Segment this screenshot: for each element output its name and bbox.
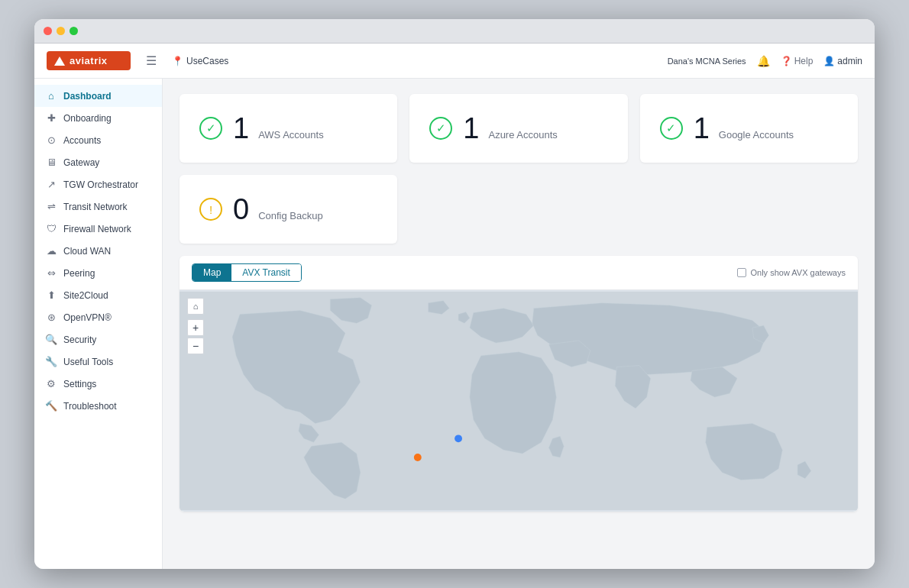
browser-chrome [34,19,875,44]
map-body: ⌂ + − [180,290,858,512]
card-aws: ✓ 1 AWS Accounts [180,94,397,163]
sidebar-item-openvpn[interactable]: ⊛ OpenVPN® [34,306,162,328]
help-button[interactable]: ❓ Help [781,56,814,66]
sidebar-label-usefultools: Useful Tools [63,357,113,367]
card-label-aws: AWS Accounts [258,129,324,141]
sidebar-label-security: Security [63,334,96,345]
checkbox-label: Only show AVX gateways [750,268,846,277]
sidebar-item-gateway[interactable]: 🖥 Gateway [34,151,162,173]
card-backup: ! 0 Config Backup [180,175,397,244]
sidebar-label-settings: Settings [63,379,96,389]
map-header: Map AVX Transit Only show AVX gateways [180,256,858,290]
peering-icon: ⇔ [45,267,57,279]
map-section: Map AVX Transit Only show AVX gateways ⌂… [180,256,858,512]
sidebar-label-troubleshoot: Troubleshoot [63,401,117,412]
card-number-aws: 1 [233,114,249,143]
tab-map[interactable]: Map [192,264,231,281]
card-content-aws: 1 AWS Accounts [233,114,324,143]
check-icon-azure: ✓ [429,117,452,140]
sidebar-label-onboarding: Onboarding [63,113,112,124]
sidebar-label-tgw: TGW Orchestrator [63,179,138,190]
card-content-backup: 0 Config Backup [233,195,323,224]
card-label-google: Google Accounts [719,129,794,141]
tab-avx-transit[interactable]: AVX Transit [231,264,300,281]
breadcrumb: 📍 UseCases [172,56,228,66]
map-dot-orange [414,454,422,461]
sidebar-label-transit: Transit Network [63,202,128,212]
card-number-google: 1 [694,114,710,143]
sidebar-item-peering[interactable]: ⇔ Peering [34,262,162,284]
app: aviatrix ☰ 📍 UseCases Dana's MCNA Series… [34,44,875,569]
main-layout: ⌂ Dashboard ✚ Onboarding ⊙ Accounts 🖥 Ga… [34,79,875,569]
card-label-backup: Config Backup [258,210,323,221]
sidebar-item-onboarding[interactable]: ✚ Onboarding [34,107,162,129]
sidebar-item-transit[interactable]: ⇌ Transit Network [34,195,162,218]
series-label: Dana's MCNA Series [668,57,746,66]
gear-icon: ⚙ [45,378,57,389]
help-circle-icon: ❓ [781,56,792,66]
shield-icon: 🛡 [45,223,57,234]
card-azure: ✓ 1 Azure Accounts [409,94,627,163]
sidebar-item-tgw[interactable]: ↗ TGW Orchestrator [34,173,162,195]
map-home-button[interactable]: ⌂ [187,298,204,315]
map-zoom-out-button[interactable]: − [187,338,204,354]
sidebar-item-security[interactable]: 🔍 Security [34,328,162,351]
logo-area: aviatrix [47,51,131,70]
breadcrumb-text[interactable]: UseCases [186,56,228,66]
logo-triangle-icon [54,57,65,66]
sidebar-item-troubleshoot[interactable]: 🔨 Troubleshoot [34,395,162,417]
vpn-icon: ⊛ [45,312,57,323]
map-controls: ⌂ + − [187,298,204,354]
check-icon-aws: ✓ [199,117,222,140]
plus-icon: ✚ [45,112,57,124]
bell-icon[interactable]: 🔔 [757,55,770,67]
dot-yellow[interactable] [57,27,65,35]
tools-icon: 🔧 [45,356,57,367]
site2cloud-icon: ⬆ [45,289,57,301]
accounts-icon: ⊙ [45,134,57,146]
dot-red[interactable] [44,27,52,35]
sidebar-item-dashboard[interactable]: ⌂ Dashboard [34,85,162,107]
cloud-icon: ☁ [45,245,57,257]
content-area: ✓ 1 AWS Accounts ✓ 1 Azure Accounts [163,79,875,569]
hamburger-icon[interactable]: ☰ [143,53,160,68]
security-icon: 🔍 [45,334,57,345]
topnav: aviatrix ☰ 📍 UseCases Dana's MCNA Series… [34,44,875,79]
cards-row-top: ✓ 1 AWS Accounts ✓ 1 Azure Accounts [180,94,858,163]
sidebar-label-dashboard: Dashboard [63,91,112,102]
sidebar-label-firewall: Firewall Network [63,224,131,234]
map-checkbox-area: Only show AVX gateways [737,268,846,277]
sidebar-item-cloudwan[interactable]: ☁ Cloud WAN [34,240,162,262]
avx-gateway-checkbox[interactable] [737,268,746,277]
map-dot-blue [454,435,462,442]
wrench-icon: 🔨 [45,400,57,412]
sidebar-label-gateway: Gateway [63,157,99,168]
tgw-icon: ↗ [45,179,57,190]
cards-row-bottom: ! 0 Config Backup [180,175,858,244]
admin-button[interactable]: 👤 admin [823,56,862,66]
sidebar-item-settings[interactable]: ⚙ Settings [34,373,162,395]
card-number-azure: 1 [463,114,479,143]
sidebar-label-accounts: Accounts [63,135,101,146]
sidebar-item-site2cloud[interactable]: ⬆ Site2Cloud [34,284,162,306]
dot-green[interactable] [70,27,78,35]
location-icon: 📍 [172,56,183,66]
sidebar-item-firewall[interactable]: 🛡 Firewall Network [34,218,162,240]
sidebar-item-usefultools[interactable]: 🔧 Useful Tools [34,351,162,373]
sidebar-label-peering: Peering [63,268,95,279]
world-map-svg [180,290,858,512]
browser-window: aviatrix ☰ 📍 UseCases Dana's MCNA Series… [34,19,875,569]
topnav-right: Dana's MCNA Series 🔔 ❓ Help 👤 admin [668,55,862,67]
sidebar-item-accounts[interactable]: ⊙ Accounts [34,129,162,151]
card-content-azure: 1 Azure Accounts [463,114,557,143]
map-zoom-in-button[interactable]: + [187,319,204,336]
check-icon-google: ✓ [660,117,683,140]
home-icon: ⌂ [45,90,57,102]
map-tabs: Map AVX Transit [192,263,302,282]
card-label-azure: Azure Accounts [488,129,557,141]
sidebar-label-openvpn: OpenVPN® [63,312,112,323]
warn-icon-backup: ! [199,198,222,221]
card-number-backup: 0 [233,195,249,224]
monitor-icon: 🖥 [45,157,57,168]
card-content-google: 1 Google Accounts [694,114,794,143]
